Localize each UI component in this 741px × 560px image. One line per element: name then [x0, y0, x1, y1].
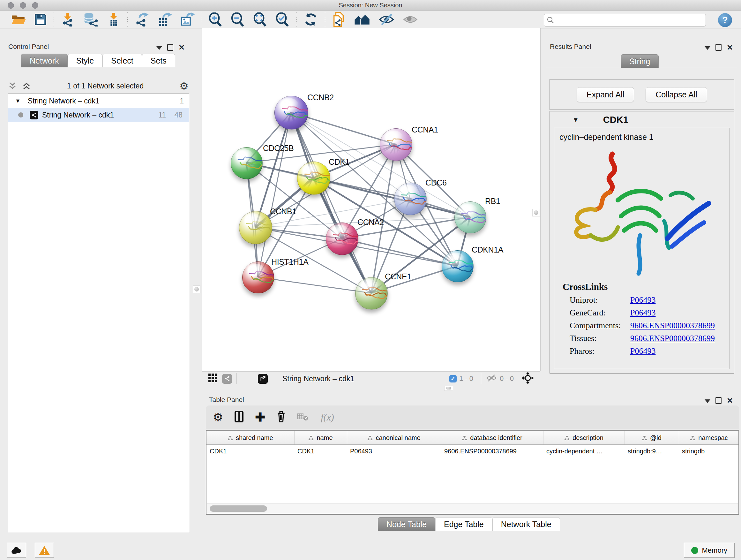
crosslink-link[interactable]: 9606.ENSP00000378699 [630, 321, 715, 330]
import-network-database-button[interactable] [79, 12, 103, 27]
panel-float-icon[interactable] [716, 397, 722, 404]
table-settings-gear-icon[interactable]: ⚙ [213, 413, 223, 422]
tab-string[interactable]: String [621, 54, 659, 68]
column-header-shared-name[interactable]: shared name [206, 431, 294, 445]
entry-collapse-icon[interactable]: ▼ [572, 116, 579, 124]
hide-selected-button[interactable] [374, 12, 399, 27]
network-node-CDC6[interactable] [394, 183, 427, 215]
zoom-out-button[interactable] [227, 12, 249, 27]
left-splitter-handle[interactable] [193, 286, 200, 293]
help-button[interactable]: ? [718, 13, 732, 27]
column-header-database-identifier[interactable]: database identifier [441, 431, 543, 445]
expand-all-icon[interactable] [22, 81, 31, 91]
apply-layout-button[interactable] [299, 12, 322, 27]
panel-minimize-icon[interactable] [156, 46, 162, 50]
share-view-icon[interactable] [222, 374, 232, 384]
tab-sets[interactable]: Sets [142, 54, 175, 67]
table-hscrollbar[interactable] [207, 503, 738, 513]
birdseye-toggle-icon[interactable] [522, 372, 534, 386]
network-node-HIST1H1A[interactable] [242, 261, 274, 294]
open-in-window-icon[interactable] [258, 374, 268, 384]
zoom-selected-icon [276, 12, 290, 26]
import-table-file-button[interactable] [103, 12, 125, 27]
show-hidden-button[interactable] [399, 12, 422, 27]
column-header-canonical-name[interactable]: canonical name [347, 431, 441, 445]
network-node-CCNA1[interactable] [380, 128, 412, 161]
network-node-RB1[interactable] [455, 201, 486, 233]
gear-icon[interactable]: ⚙ [179, 81, 189, 91]
zoom-out-icon [231, 12, 245, 26]
export-table-button[interactable] [153, 12, 176, 27]
crosslink-link[interactable]: P06493 [630, 295, 656, 305]
tab-style[interactable]: Style [68, 54, 103, 67]
network-canvas[interactable]: CCNB2CCNA1CDC25BCDK1CDC6RB1CCNB1CCNA2CDK… [202, 28, 541, 371]
control-panel-title: Control Panel [8, 43, 49, 51]
column-header-@id[interactable]: @id [624, 431, 679, 445]
panel-minimize-icon[interactable] [704, 46, 711, 50]
save-session-button[interactable] [30, 12, 51, 27]
node-table: shared namenamecanonical namedatabase id… [206, 430, 739, 515]
panel-close-icon[interactable]: ✕ [727, 398, 733, 403]
function-builder-icon[interactable]: f(x) [321, 412, 334, 423]
zoom-fit-button[interactable] [249, 12, 272, 27]
crosslink-link[interactable]: P06493 [630, 308, 656, 318]
network-collection-row[interactable]: ▼ String Network – cdk1 1 [8, 94, 189, 108]
clear-table-icon[interactable] [297, 412, 310, 422]
hscrollbar-thumb[interactable] [210, 505, 267, 512]
memory-button[interactable]: Memory [684, 543, 735, 558]
selected-checkbox-icon[interactable]: ✓ [449, 375, 457, 382]
add-column-icon[interactable]: ✚ [255, 413, 265, 422]
column-header-namespac[interactable]: namespac [679, 431, 739, 445]
show-all-button[interactable] [349, 12, 374, 27]
search-input[interactable] [554, 17, 703, 24]
node-label-CDC6: CDC6 [425, 178, 447, 187]
show-columns-icon[interactable] [234, 411, 244, 424]
cloud-status-button[interactable] [7, 543, 26, 558]
export-network-button[interactable] [130, 12, 153, 27]
zoom-in-button[interactable] [205, 12, 227, 27]
collapse-all-icon[interactable] [8, 81, 17, 91]
export-image-button[interactable] [176, 12, 199, 27]
crosslink-link[interactable]: 9606.ENSP00000378699 [630, 334, 715, 343]
panel-close-icon[interactable]: ✕ [179, 45, 185, 50]
panel-float-icon[interactable] [716, 44, 722, 51]
network-node-CDK1[interactable] [297, 162, 330, 195]
column-header-name[interactable]: name [294, 431, 347, 445]
clone-network-button[interactable] [328, 12, 349, 27]
collapse-all-button[interactable]: Collapse All [646, 87, 707, 102]
import-network-file-button[interactable] [57, 12, 79, 27]
network-node-CCNB1[interactable] [239, 211, 272, 244]
open-session-button[interactable] [7, 12, 30, 27]
right-splitter-handle[interactable] [532, 209, 540, 216]
tab-network[interactable]: Network [21, 54, 68, 67]
birdseye-grid-icon[interactable] [208, 373, 218, 384]
hidden-eye-icon[interactable] [486, 374, 497, 383]
warning-status-button[interactable] [35, 543, 54, 558]
zoom-selected-button[interactable] [272, 12, 294, 27]
network-node-CDC25B[interactable] [231, 147, 263, 179]
network-node-CDKN1A[interactable] [442, 250, 474, 282]
cdk1-entry-header[interactable]: ▼ CDK1 [549, 112, 734, 127]
panel-minimize-icon[interactable] [704, 399, 711, 403]
table-row[interactable]: CDK1CDK1P064939606.ENSP00000378699cyclin… [206, 445, 739, 457]
column-header-description[interactable]: description [543, 431, 624, 445]
panel-float-icon[interactable] [167, 44, 173, 51]
tab-node-table[interactable]: Node Table [378, 517, 435, 531]
crosslinks-title: CrossLinks [562, 282, 730, 292]
collection-label: String Network – cdk1 [28, 97, 99, 105]
tab-edge-table[interactable]: Edge Table [435, 517, 492, 531]
expand-all-button[interactable]: Expand All [577, 87, 634, 102]
panel-close-icon[interactable]: ✕ [727, 45, 733, 50]
network-row[interactable]: String Network – cdk1 11 48 [8, 108, 189, 122]
bottom-splitter-handle[interactable] [444, 386, 453, 391]
footer-separator [481, 373, 481, 384]
network-node-CCNE1[interactable] [355, 277, 388, 310]
crosslink-label: Pharos: [569, 347, 630, 356]
tab-network-table[interactable]: Network Table [492, 517, 560, 531]
tab-select[interactable]: Select [103, 54, 142, 67]
crosslink-link[interactable]: P06493 [630, 347, 656, 356]
network-node-CCNA2[interactable] [326, 223, 358, 255]
tree-expand-icon[interactable]: ▼ [15, 98, 21, 105]
network-node-CCNB2[interactable] [274, 96, 308, 130]
delete-column-icon[interactable] [276, 410, 286, 424]
